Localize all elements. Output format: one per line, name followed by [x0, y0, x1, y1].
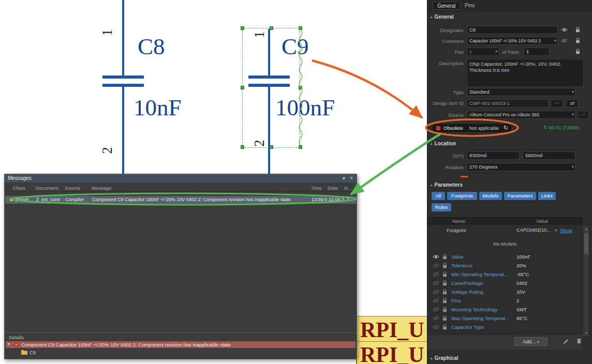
parameter-row[interactable]: Max Operating Temperat... 85°C: [427, 314, 583, 323]
component-value[interactable]: 10nF: [134, 94, 182, 121]
eye-icon[interactable]: [561, 27, 568, 32]
lock-icon[interactable]: [575, 49, 580, 54]
column-header-time[interactable]: Time: [311, 185, 322, 191]
section-header-location[interactable]: ▴Location: [431, 141, 456, 146]
parameter-row[interactable]: Mounting Technology SMT: [427, 305, 583, 314]
lock-icon[interactable]: [442, 324, 447, 330]
chevron-down-icon[interactable]: ▾: [343, 174, 345, 183]
details-error-row[interactable]: ▾ × Component C9 Capacitor 100nF +/-20% …: [6, 341, 356, 348]
parameter-row[interactable]: Case/Package 0402: [427, 279, 583, 287]
parameter-row[interactable]: Min Operating Temperat... -55°C: [427, 270, 583, 279]
selection-handle[interactable]: [241, 86, 244, 89]
lock-icon[interactable]: [575, 38, 580, 43]
eye-slash-icon[interactable]: [433, 298, 439, 303]
of-parts-value[interactable]: 1: [524, 48, 550, 56]
scroll-thumb[interactable]: [584, 233, 588, 254]
tab-pins[interactable]: Pins: [461, 2, 479, 10]
message-row[interactable]: [Error] 2_ext_conn Compiler Component C9…: [5, 196, 357, 204]
column-header-class[interactable]: Class: [13, 185, 25, 191]
dots-button[interactable]: ···: [578, 111, 589, 119]
filter-button-footprints[interactable]: Footprints: [447, 192, 477, 200]
column-header-date[interactable]: Date: [328, 185, 338, 191]
messages-title-bar[interactable]: Messages ▾ ×: [5, 174, 357, 183]
tab-general[interactable]: General: [433, 2, 461, 10]
wire-segment[interactable]: [122, 0, 124, 75]
lock-icon[interactable]: [442, 271, 447, 277]
designator-input[interactable]: C9: [467, 26, 558, 34]
eye-icon[interactable]: [433, 254, 439, 259]
delete-icon-button[interactable]: [576, 338, 582, 344]
pin-number: 1: [99, 25, 115, 40]
selection-handle[interactable]: [241, 26, 244, 30]
wire-segment[interactable]: [122, 87, 124, 174]
add-button[interactable]: Add... ▾: [514, 337, 547, 346]
footprint-row[interactable]: Footprint CAPC0402(10... ▾ Show: [427, 226, 583, 235]
show-link[interactable]: Show: [560, 228, 572, 233]
selection-handle[interactable]: [270, 26, 273, 30]
comment-select[interactable]: Capacitor 100nF +/-20% 10V 0402 2 ▾: [467, 37, 558, 45]
lock-icon[interactable]: [442, 263, 447, 268]
parameter-row[interactable]: Capacitor Type: [427, 323, 583, 331]
eye-slash-icon[interactable]: [433, 316, 439, 321]
scroll-up-icon[interactable]: ▴: [583, 226, 589, 232]
filter-button-all[interactable]: All: [432, 192, 445, 200]
eye-slash-icon[interactable]: [433, 325, 439, 329]
part-select[interactable]: 1 ▾: [467, 48, 499, 56]
lock-icon[interactable]: [575, 27, 580, 33]
lifecycle-badge[interactable]: Obsolete Not applicable ↻: [432, 123, 512, 133]
lock-icon[interactable]: [442, 280, 447, 286]
lock-icon[interactable]: [442, 254, 447, 260]
lock-icon[interactable]: [442, 298, 447, 304]
dots-button[interactable]: ···: [551, 99, 563, 108]
parameter-row[interactable]: Voltage Rating 10V: [427, 287, 583, 296]
params-scrollbar[interactable]: ▴ ▾: [583, 226, 589, 336]
edit-icon-button[interactable]: [563, 339, 569, 344]
parameter-row[interactable]: Pins 2: [427, 296, 583, 305]
refresh-icon[interactable]: ↻: [504, 125, 508, 131]
xy-x-input[interactable]: 8300mil: [467, 151, 520, 160]
column-header-n[interactable]: N...: [344, 185, 352, 191]
details-error-text: Component C9 Capacitor 100nF +/-20% 10V …: [21, 342, 231, 347]
column-header-source[interactable]: Source: [65, 185, 80, 191]
folder-icon: [21, 350, 27, 355]
details-child-row[interactable]: C9: [6, 349, 356, 356]
eye-slash-icon[interactable]: [433, 272, 439, 277]
capacitor-plate[interactable]: [102, 75, 144, 79]
type-select[interactable]: Standard ▾: [467, 88, 575, 96]
footprint-select[interactable]: CAPC0402(10...: [516, 228, 555, 233]
parameter-row[interactable]: Value 100nF: [427, 252, 583, 261]
rotation-select[interactable]: 270 Degrees ▾: [467, 163, 575, 171]
selection-handle[interactable]: [241, 145, 244, 149]
eye-slash-icon[interactable]: [433, 263, 439, 268]
swap-icon-button[interactable]: ⇄: [566, 99, 579, 108]
eye-slash-icon[interactable]: [561, 38, 568, 43]
eye-slash-icon[interactable]: [433, 307, 439, 312]
design-item-id-input[interactable]: CMP-001-00033-1: [467, 99, 549, 108]
column-header-document[interactable]: Document: [36, 185, 58, 191]
eye-slash-icon[interactable]: [433, 281, 439, 285]
section-header-parameters[interactable]: ▴Parameters: [431, 182, 463, 188]
selection-handle[interactable]: [270, 145, 273, 149]
lock-icon[interactable]: [442, 315, 447, 321]
xy-y-input[interactable]: 5600mil: [523, 151, 575, 160]
description-text[interactable]: Chip Capacitor, 100nF +/-20%, 10V, 0402,…: [467, 59, 584, 87]
filter-button-rules[interactable]: Rules: [432, 203, 451, 211]
lock-icon[interactable]: [442, 289, 447, 295]
filter-button-links[interactable]: Links: [538, 192, 556, 200]
eye-slash-icon[interactable]: [433, 290, 439, 294]
source-select[interactable]: Altium Concord Pro on Altium 365 ▾: [467, 111, 575, 119]
chevron-down-icon[interactable]: ▾: [555, 228, 557, 233]
parameter-row[interactable]: Tolerance 20%: [427, 261, 583, 270]
scroll-down-icon[interactable]: ▾: [583, 330, 589, 336]
lock-icon[interactable]: [442, 307, 447, 312]
section-header-graphical[interactable]: ▴Graphical: [431, 355, 458, 361]
column-header-message[interactable]: Message: [92, 185, 112, 191]
tree-expander-icon[interactable]: ▾: [8, 342, 10, 346]
filter-button-parameters[interactable]: Parameters: [504, 192, 536, 200]
component-designator[interactable]: C8: [138, 33, 165, 60]
filter-button-models[interactable]: Models: [479, 192, 502, 200]
close-icon[interactable]: ×: [350, 174, 353, 183]
section-header-general[interactable]: ▴General: [431, 14, 454, 20]
supplier-price[interactable]: ↻ €0.01 (7368k): [543, 125, 580, 130]
type-label: Type: [427, 89, 464, 95]
